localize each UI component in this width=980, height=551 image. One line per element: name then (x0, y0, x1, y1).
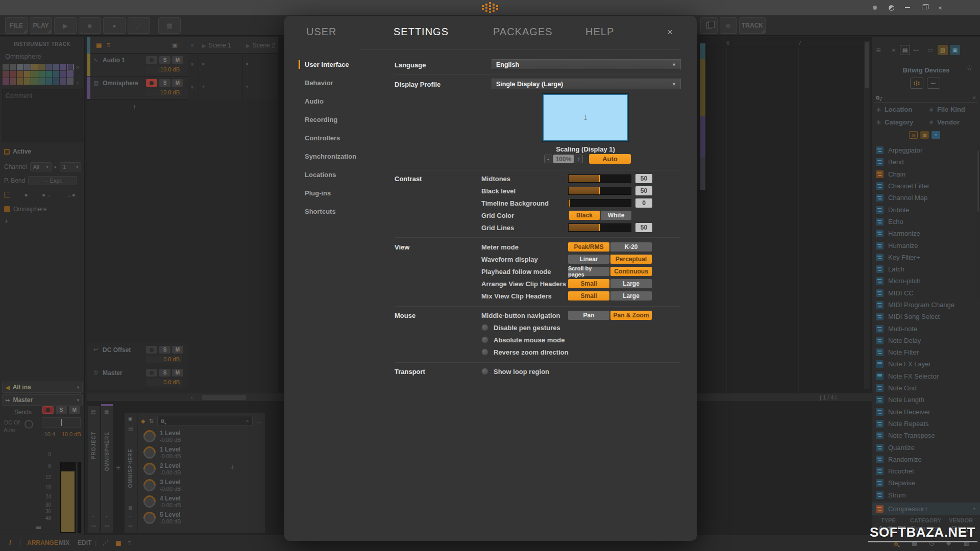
playhead-scroll-pages-button[interactable]: Scroll by pages (568, 267, 609, 276)
knob-icon[interactable] (141, 477, 158, 494)
arm-button-active[interactable] (146, 79, 157, 87)
mix-view-button[interactable]: MIX (59, 539, 69, 546)
show-loop-region-checkbox[interactable] (481, 368, 488, 375)
tracks-h-scrollbar[interactable]: ‹ (87, 393, 284, 401)
preset-search-input[interactable]: × (157, 416, 253, 426)
scaling-auto-button[interactable]: Auto (589, 154, 631, 164)
color-swatch[interactable] (67, 71, 74, 78)
arrange-v-scrollbar[interactable] (864, 41, 870, 389)
grid-lines-value[interactable]: 50 (635, 223, 652, 232)
mute-button[interactable]: M (172, 369, 183, 377)
meter-mode-k20-button[interactable]: K-20 (610, 242, 652, 252)
device-list-item[interactable]: Note Delay (872, 335, 980, 346)
info-button[interactable]: i (9, 539, 11, 546)
device-list-item[interactable]: Bend (872, 156, 980, 168)
device-list-item[interactable]: Note Receiver (872, 406, 980, 418)
arrange-large-button[interactable]: Large (610, 279, 652, 288)
pbend-expr-button[interactable]: → Expr. (28, 176, 77, 185)
arm-button[interactable] (146, 369, 157, 377)
color-swatch[interactable] (38, 64, 45, 70)
device-list-item[interactable]: Note Transpose (872, 430, 980, 441)
stop-slot[interactable]: ■ (188, 77, 199, 99)
device-kind-instrument-icon[interactable]: ▦ (920, 131, 929, 139)
pan-zoom-button[interactable]: Pan & Zoom (610, 311, 652, 320)
sidebar-item[interactable]: Controllers (299, 129, 385, 147)
device-list-item[interactable]: Stepwise (872, 477, 980, 489)
scroll-thumb[interactable] (202, 395, 246, 400)
automation-toggle-icon[interactable]: ⋰ (102, 539, 108, 546)
device-list-item[interactable]: Note FX Layer (872, 358, 980, 370)
grid-color-white-button[interactable]: White (601, 211, 631, 220)
add-track-button[interactable]: TRACK (739, 17, 766, 34)
device-panel-toggle-icon[interactable]: ▦ (115, 539, 121, 546)
scaling-decrease-button[interactable]: - (544, 155, 552, 163)
color-swatch[interactable] (24, 64, 31, 70)
knob-icon[interactable] (141, 493, 158, 510)
color-swatch[interactable] (17, 71, 23, 78)
dot-icon[interactable]: ● (24, 191, 28, 198)
color-swatch[interactable] (3, 71, 9, 78)
track-row-dc-offset[interactable]: ↩ DC Offset S M 0.0 dB (87, 343, 188, 366)
knob-icon[interactable] (141, 428, 158, 445)
browser-search-input[interactable]: ▾ × (874, 93, 977, 103)
color-swatch[interactable] (67, 78, 74, 85)
panel-toggle-icon[interactable] (4, 192, 10, 198)
device-list-item[interactable]: Quantize (872, 441, 980, 453)
add-device-button[interactable]: + (4, 217, 8, 225)
add-track-inline-button[interactable]: + (132, 103, 136, 111)
color-swatch[interactable] (24, 71, 31, 78)
grid-view-icon[interactable]: ▦ (96, 41, 102, 48)
midtones-value[interactable]: 50 (635, 174, 652, 183)
device-list-item[interactable]: Ricochet (872, 465, 980, 477)
scene-2-header[interactable]: ▶Scene 2 (246, 42, 275, 49)
device-list-item[interactable]: Randomize (872, 454, 980, 465)
meter-mode-peak-rms-button[interactable]: Peak/RMS (568, 242, 609, 252)
project-panel-tab[interactable]: ▤ PROJECT ◔ ⊶ (87, 406, 100, 533)
preset-folder-icon[interactable]: ▤ (128, 426, 133, 432)
tab-user[interactable]: USER (306, 26, 337, 38)
device-list-item[interactable]: Harmonize (872, 228, 980, 239)
plugin-filter-button[interactable]: ⊷ (927, 78, 940, 89)
macro-knob-row[interactable]: 5 Level -0.00 dB (138, 510, 265, 526)
color-swatch[interactable] (38, 71, 45, 78)
chevron-down-icon[interactable]: ▼ (972, 507, 976, 511)
clock-icon[interactable]: ◔ (128, 514, 131, 519)
modulator-icon[interactable]: ◆ (141, 418, 145, 424)
color-swatch[interactable] (60, 78, 66, 85)
record-button[interactable]: ● (103, 17, 126, 34)
macro-knob-row[interactable]: 2 Level -0.00 dB (138, 461, 265, 477)
routing-icon[interactable]: ⊶ (128, 523, 133, 529)
reverse-zoom-direction-checkbox[interactable] (481, 348, 488, 356)
palette-more-icon[interactable]: › (77, 79, 79, 86)
device-list-item[interactable]: Micro-pitch (872, 275, 980, 287)
channel-all-select[interactable]: All▾ (30, 162, 52, 171)
color-swatch[interactable] (31, 71, 38, 78)
clip-slot[interactable]: ■ (199, 54, 243, 77)
waveform-linear-button[interactable]: Linear (568, 255, 609, 264)
color-swatch[interactable] (53, 78, 59, 85)
favorite-star-icon[interactable]: ☆ (966, 64, 973, 72)
clear-search-icon[interactable]: × (246, 418, 249, 424)
piano-roll-toggle-icon[interactable]: ≡ (128, 539, 131, 546)
channel-number-select[interactable]: 1▾ (60, 162, 81, 171)
device-list-item[interactable]: Key Filter+ (872, 252, 980, 263)
track-row-omnisphere[interactable]: ▥ Omnisphere S M -10.0 dB (87, 77, 188, 99)
selected-device-row[interactable]: Compressor+ ▼ (872, 503, 980, 515)
color-swatch[interactable] (10, 64, 16, 70)
midtones-slider[interactable] (568, 174, 631, 183)
device-list-item[interactable]: Note Repeats (872, 418, 980, 430)
arrange-view-button[interactable]: ARRANGE (27, 539, 58, 546)
browser-plugins-icon[interactable]: ⊷ (911, 45, 921, 55)
play-button[interactable]: ▶ (54, 17, 77, 34)
stop-all-icon[interactable]: ■ (191, 43, 193, 48)
absolute-mouse-mode-checkbox[interactable] (481, 336, 488, 343)
device-list-item[interactable]: Arpeggiator (872, 144, 980, 156)
device-kind-note-icon[interactable]: ▥ (909, 131, 918, 139)
tab-packages[interactable]: PACKAGES (493, 26, 553, 38)
macro-knob-row[interactable]: 1 Level -0.00 dB (138, 428, 265, 444)
mixer-mute-button[interactable]: M (69, 406, 80, 414)
add-device-chain-button[interactable]: + (230, 462, 235, 473)
device-power-icon[interactable]: ◉ (128, 416, 133, 421)
list-view-icon[interactable]: ≡ (107, 41, 110, 48)
notification-dot-icon[interactable] (871, 4, 879, 12)
